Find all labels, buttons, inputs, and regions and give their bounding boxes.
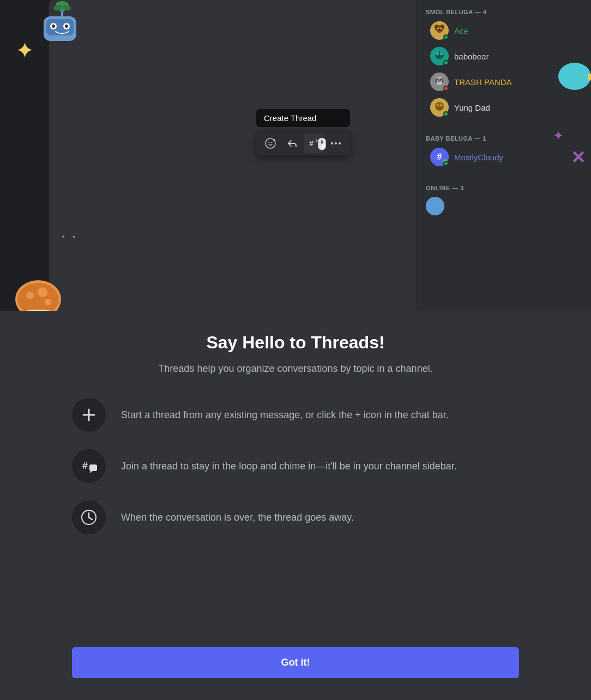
status-dot-trash — [443, 86, 449, 91]
robot-character — [33, 0, 93, 49]
svg-point-45 — [331, 142, 333, 144]
member-name-yungdad: Yung Dad — [454, 103, 490, 112]
member-item-yungdad[interactable]: Yung Dad — [421, 95, 587, 120]
svg-point-46 — [335, 142, 337, 144]
svg-marker-69 — [588, 74, 591, 81]
svg-point-27 — [438, 81, 441, 83]
svg-point-68 — [558, 63, 591, 90]
feature-list: Start a thread from any existing message… — [72, 398, 519, 534]
tooltip-box: Create Thread — [256, 109, 350, 127]
status-dot-ace — [443, 34, 449, 40]
svg-line-76 — [89, 517, 92, 520]
avatar-wrapper-mostlycloudy: # ✦ — [430, 148, 449, 166]
stars-decoration-small: * * — [62, 234, 79, 241]
svg-point-62 — [38, 287, 47, 297]
feature-item-join: # Join a thread to stay in the loop and … — [72, 449, 519, 483]
member-item-mostlycloudy[interactable]: # ✦ MostlyCloudy — [421, 144, 587, 170]
svg-point-8 — [438, 29, 441, 31]
feature-text-start: Start a thread from any existing message… — [121, 408, 449, 423]
avatar-wrapper-babobear — [430, 47, 449, 65]
chat-area: SMOL BELUGA — 4 — [49, 0, 591, 311]
svg-point-17 — [437, 55, 442, 58]
status-dot-yungdad — [443, 111, 449, 117]
threads-intro-modal: Say Hello to Threads! Threads help you o… — [0, 311, 591, 700]
avatar-wrapper-ace — [430, 21, 449, 40]
svg-rect-73 — [89, 464, 97, 471]
modal-title: Say Hello to Threads! — [206, 333, 384, 353]
message-toolbar: + # + — [256, 131, 350, 155]
add-reaction-button[interactable]: + — [261, 134, 280, 153]
feature-text-expire: When the conversation is over, the threa… — [121, 510, 354, 525]
reply-button[interactable] — [282, 134, 302, 153]
avatar-wrapper-trash — [430, 73, 449, 91]
svg-point-38 — [426, 197, 444, 215]
star-decoration-big: ✦ — [15, 37, 34, 64]
purple-cross-decoration: ✕ — [571, 147, 586, 168]
feature-icon-join: # — [72, 449, 106, 483]
svg-point-63 — [45, 299, 51, 305]
svg-text:#: # — [437, 152, 442, 161]
cursor-indicator: 🖱️ — [315, 137, 329, 150]
svg-point-29 — [435, 102, 444, 111]
svg-point-52 — [52, 25, 55, 28]
member-item-ace[interactable]: Ace — [421, 18, 587, 43]
svg-point-33 — [441, 105, 441, 105]
section-title-online: ONLINE — 3 — [417, 176, 591, 194]
member-name-babobear: babobear — [454, 52, 489, 61]
tooltip-container: Create Thread + — [256, 109, 350, 155]
section-title-smol: SMOL BELUGA — 4 — [417, 0, 591, 17]
svg-point-47 — [339, 142, 341, 144]
right-sidebar: SMOL BELUGA — 4 — [417, 0, 591, 311]
svg-point-15 — [437, 54, 438, 55]
svg-text:+: + — [273, 138, 276, 143]
svg-text:#: # — [82, 460, 88, 471]
feature-icon-start — [72, 398, 106, 432]
svg-point-25 — [441, 80, 442, 80]
member-name-trash: TRASH PANDA — [454, 77, 512, 87]
svg-point-32 — [437, 105, 438, 105]
section-title-baby: BABY BELUGA — 1 — [417, 126, 591, 144]
svg-point-41 — [272, 142, 273, 143]
status-dot-mostlycloudy — [443, 161, 449, 166]
got-it-button[interactable]: Got it! — [72, 647, 519, 678]
member-name-ace: Ace — [454, 26, 468, 35]
status-dot-babobear — [443, 60, 449, 65]
svg-point-16 — [441, 54, 441, 55]
bird-character — [558, 60, 591, 87]
svg-text:#: # — [309, 139, 313, 148]
svg-point-24 — [437, 80, 437, 80]
svg-point-61 — [26, 292, 34, 299]
purple-star-decoration: ✦ — [553, 128, 564, 143]
feature-item-expire: When the conversation is over, the threa… — [72, 500, 519, 534]
member-name-mostlycloudy: MostlyCloudy — [454, 153, 503, 162]
feature-item-start: Start a thread from any existing message… — [72, 398, 519, 432]
feature-text-join: Join a thread to stay in the loop and ch… — [121, 459, 457, 474]
feature-icon-expire — [72, 500, 106, 534]
svg-point-7 — [441, 28, 441, 28]
svg-point-53 — [65, 25, 68, 28]
more-options-button[interactable] — [326, 134, 346, 153]
avatar-wrapper-yungdad — [430, 98, 449, 117]
svg-point-40 — [269, 142, 270, 143]
modal-subtitle: Threads help you organize conversations … — [158, 361, 432, 376]
svg-point-6 — [438, 28, 438, 28]
